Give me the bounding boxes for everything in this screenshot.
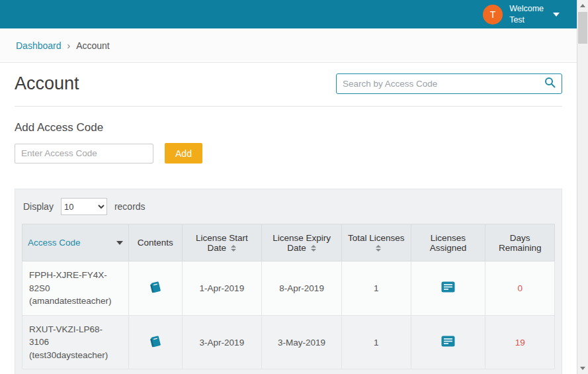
total-licenses-cell: 1 [342,261,411,316]
welcome-label: Welcome [509,3,544,14]
col-header-licenses-assigned-label: Licenses Assigned [430,233,467,253]
title-row: Account [15,63,562,107]
breadcrumb-current: Account [76,40,110,51]
username-label: Test [509,15,544,25]
col-header-contents-label: Contents [138,238,173,248]
sort-icon[interactable] [311,245,316,252]
card-list-icon[interactable] [441,336,455,349]
search-input[interactable] [343,79,544,89]
col-header-access-code-label: Access Code [28,238,81,248]
breadcrumb: Dashboard › Account [0,28,577,63]
col-header-licenses-assigned[interactable]: Licenses Assigned [411,224,485,261]
table-footer: Showing 1 to 2 of 2 entries « 1 » [22,369,555,374]
records-label: records [114,201,146,212]
add-access-row: Add [15,143,562,164]
breadcrumb-dashboard-link[interactable]: Dashboard [16,40,62,51]
sort-icon[interactable] [376,245,381,252]
licenses-panel: Display 10 records Access Code [15,189,562,374]
start-date-cell: 1-Apr-2019 [182,261,262,316]
sort-desc-icon[interactable] [116,241,123,245]
book-icon[interactable] [148,334,163,351]
app-window: T Welcome Test Dashboard › Account Accou… [0,0,577,374]
card-list-icon[interactable] [441,281,455,295]
breadcrumb-separator: › [67,40,71,51]
col-header-start-date[interactable]: License Start Date [182,224,262,261]
vertical-scrollbar[interactable] [577,0,588,374]
days-remaining-cell: 0 [485,261,555,316]
table-header-row: Access Code Contents License Start Date … [22,224,555,261]
sort-icon[interactable] [231,245,236,252]
contents-cell [129,261,183,316]
add-access-heading: Add Access Code [15,121,562,134]
access-code-owner: (amandatestteacher) [29,295,122,308]
display-label: Display [23,201,54,212]
welcome-text: Welcome Test [509,3,544,25]
expiry-date-cell: 3-May-2019 [262,315,342,369]
scroll-up-arrow-icon[interactable] [577,0,588,11]
access-code-value: FPPH-XJRE-FY4X-82S0 [29,269,122,295]
search-box [336,73,562,94]
top-navbar: T Welcome Test [0,0,577,28]
table-row: FPPH-XJRE-FY4X-82S0 (amandatestteacher) [22,261,555,316]
access-code-input[interactable] [15,144,153,164]
scrollbar-thumb[interactable] [578,12,587,44]
col-header-days-remaining[interactable]: Days Remaining [485,224,555,261]
col-header-expiry-date[interactable]: License Expiry Date [262,224,342,261]
user-menu-caret-icon[interactable] [553,13,560,17]
page-size-select[interactable]: 10 [61,198,107,215]
licenses-table: Access Code Contents License Start Date … [22,224,555,369]
licenses-assigned-cell [411,261,485,316]
scroll-down-arrow-icon[interactable] [577,363,588,374]
table-row: RXUT-VKZI-LP68-3106 (test30daysteacher) [22,315,555,369]
col-header-start-date-label: License Start Date [196,233,248,253]
col-header-total-licenses[interactable]: Total Licenses [342,224,411,261]
col-header-contents[interactable]: Contents [129,224,183,261]
licenses-assigned-cell [411,315,485,369]
col-header-access-code[interactable]: Access Code [22,224,129,261]
col-header-days-remaining-label: Days Remaining [499,233,542,253]
access-code-value: RXUT-VKZI-LP68-3106 [29,323,122,349]
access-code-cell: FPPH-XJRE-FY4X-82S0 (amandatestteacher) [22,261,129,316]
avatar[interactable]: T [483,5,503,24]
page-title: Account [15,73,79,94]
contents-cell [129,315,183,369]
total-licenses-cell: 1 [342,315,411,369]
access-code-owner: (test30daysteacher) [29,349,122,362]
col-header-total-licenses-label: Total Licenses [348,233,405,243]
book-icon[interactable] [148,280,163,297]
expiry-date-cell: 8-Apr-2019 [262,261,342,316]
search-icon[interactable] [544,77,556,91]
col-header-expiry-date-label: License Expiry Date [273,233,331,253]
access-code-cell: RXUT-VKZI-LP68-3106 (test30daysteacher) [22,315,129,369]
add-button[interactable]: Add [165,143,202,164]
start-date-cell: 3-Apr-2019 [182,315,262,369]
display-controls: Display 10 records [22,195,555,224]
days-remaining-cell: 19 [485,315,555,369]
